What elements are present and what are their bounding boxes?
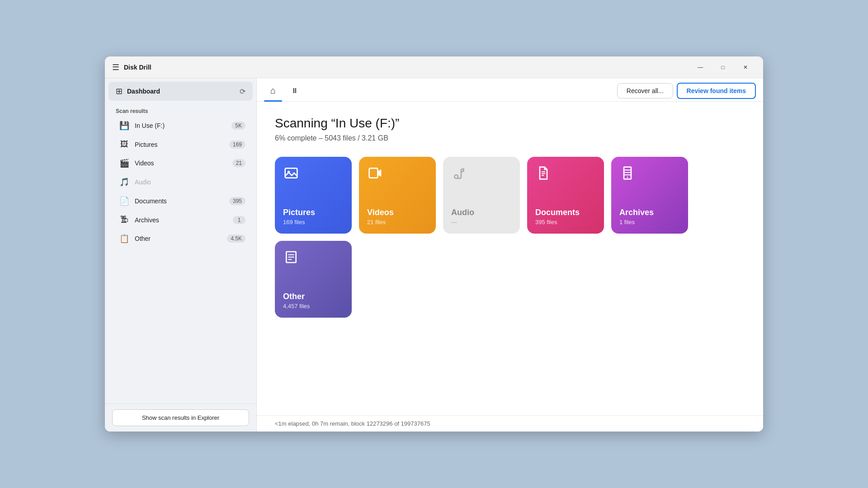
- card-videos[interactable]: Videos 21 files: [359, 157, 436, 234]
- home-button[interactable]: ⌂: [264, 82, 282, 100]
- app-title: Disk Drill: [124, 64, 151, 71]
- title-bar-left: ☰ Disk Drill: [112, 62, 690, 72]
- sidebar-item-badge: 21: [232, 159, 245, 167]
- toolbar: ⌂ ⏸ Recover all... Review found items: [257, 78, 763, 102]
- sidebar-item-pictures[interactable]: 🖼 Pictures 169: [108, 135, 253, 154]
- sidebar-item-badge: 395: [229, 197, 245, 205]
- pause-icon: ⏸: [291, 87, 298, 95]
- video-icon: 🎬: [119, 158, 129, 168]
- svg-rect-0: [285, 168, 297, 178]
- show-in-explorer-button[interactable]: Show scan results in Explorer: [112, 409, 249, 426]
- card-pictures-count: 169 files: [283, 219, 305, 225]
- card-videos-count: 21 files: [367, 219, 386, 225]
- archives-icon: 🗜: [119, 215, 129, 225]
- card-documents-name: Documents: [535, 208, 580, 218]
- sidebar-item-label: Documents: [135, 197, 224, 205]
- sidebar-item-badge: 5K: [231, 122, 245, 130]
- card-documents[interactable]: Documents 395 files: [527, 157, 604, 234]
- card-audio: Audio —: [443, 157, 520, 234]
- audio-icon: 🎵: [119, 177, 129, 187]
- sidebar-item-label: Audio: [135, 178, 245, 186]
- content-area: ⌂ ⏸ Recover all... Review found items Sc…: [257, 78, 763, 432]
- sidebar-item-archives[interactable]: 🗜 Archives 1: [108, 211, 253, 229]
- loading-spinner-icon: ⟳: [240, 87, 245, 96]
- close-button[interactable]: ✕: [735, 60, 756, 75]
- sidebar-item-documents[interactable]: 📄 Documents 395: [108, 192, 253, 211]
- recover-all-button[interactable]: Recover all...: [617, 83, 673, 99]
- pause-button[interactable]: ⏸: [286, 82, 304, 100]
- drive-icon: 💾: [119, 121, 129, 131]
- main-content: Scanning “In Use (F:)” 6% complete – 504…: [257, 102, 763, 415]
- documents-icon: 📄: [119, 196, 129, 206]
- maximize-button[interactable]: □: [712, 60, 733, 75]
- card-videos-icon: [368, 166, 382, 184]
- review-found-items-button[interactable]: Review found items: [677, 83, 756, 99]
- other-icon: 📋: [119, 234, 129, 244]
- title-bar: ☰ Disk Drill — □ ✕: [105, 56, 763, 78]
- sidebar-item-badge: 4.5K: [227, 235, 245, 243]
- card-other-name: Other: [283, 292, 305, 302]
- status-text: <1m elapsed, 0h 7m remain, block 1227329…: [275, 420, 430, 427]
- app-window: ☰ Disk Drill — □ ✕ ⊞ Dashboard ⟳ Scan re…: [105, 56, 763, 432]
- status-bar: <1m elapsed, 0h 7m remain, block 1227329…: [257, 415, 763, 432]
- sidebar-item-label: Videos: [135, 160, 227, 167]
- card-archives[interactable]: Archives 1 files: [611, 157, 688, 234]
- svg-rect-2: [369, 168, 378, 178]
- svg-point-3: [454, 175, 458, 178]
- card-pictures-icon: [284, 166, 298, 184]
- minimize-button[interactable]: —: [690, 60, 711, 75]
- card-audio-icon: [452, 166, 467, 184]
- sidebar-item-other[interactable]: 📋 Other 4.5K: [108, 229, 253, 248]
- sidebar: ⊞ Dashboard ⟳ Scan results 💾 In Use (F:)…: [105, 78, 257, 432]
- card-archives-count: 1 files: [619, 219, 635, 225]
- svg-point-11: [627, 177, 628, 178]
- card-documents-count: 395 files: [535, 219, 557, 225]
- sidebar-item-dashboard[interactable]: ⊞ Dashboard ⟳: [108, 82, 253, 101]
- title-bar-controls: — □ ✕: [690, 60, 756, 75]
- sidebar-item-label: Archives: [135, 216, 227, 224]
- main-layout: ⊞ Dashboard ⟳ Scan results 💾 In Use (F:)…: [105, 78, 763, 432]
- hamburger-icon[interactable]: ☰: [112, 62, 119, 72]
- sidebar-item-in-use[interactable]: 💾 In Use (F:) 5K: [108, 116, 253, 135]
- sidebar-item-badge: 1: [233, 216, 245, 224]
- picture-icon: 🖼: [119, 140, 129, 149]
- page-title: Scanning “In Use (F:)”: [275, 116, 745, 131]
- sidebar-item-videos[interactable]: 🎬 Videos 21: [108, 154, 253, 173]
- card-archives-icon: [620, 166, 635, 184]
- card-archives-name: Archives: [619, 208, 654, 218]
- sidebar-item-label: Pictures: [135, 141, 224, 148]
- card-audio-count: —: [451, 219, 457, 225]
- sidebar-item-label: In Use (F:): [135, 122, 226, 129]
- card-other-count: 4,457 files: [283, 303, 310, 310]
- sidebar-item-label: Other: [135, 235, 222, 242]
- card-pictures-name: Pictures: [283, 208, 315, 218]
- card-videos-name: Videos: [367, 208, 394, 218]
- card-other[interactable]: Other 4,457 files: [275, 241, 352, 318]
- card-pictures[interactable]: Pictures 169 files: [275, 157, 352, 234]
- home-icon: ⌂: [270, 85, 276, 96]
- category-cards-grid: Pictures 169 files Videos 21 files: [275, 157, 745, 318]
- sidebar-footer: Show scan results in Explorer: [105, 404, 256, 432]
- dashboard-grid-icon: ⊞: [116, 86, 123, 96]
- sidebar-item-audio: 🎵 Audio: [108, 173, 253, 192]
- sidebar-item-badge: 169: [229, 141, 245, 149]
- card-documents-icon: [536, 166, 551, 184]
- scan-results-heading: Scan results: [105, 104, 256, 116]
- card-audio-name: Audio: [451, 208, 474, 218]
- card-other-icon: [284, 250, 298, 268]
- page-subtitle: 6% complete – 5043 files / 3.21 GB: [275, 134, 745, 142]
- dashboard-label: Dashboard: [127, 88, 235, 95]
